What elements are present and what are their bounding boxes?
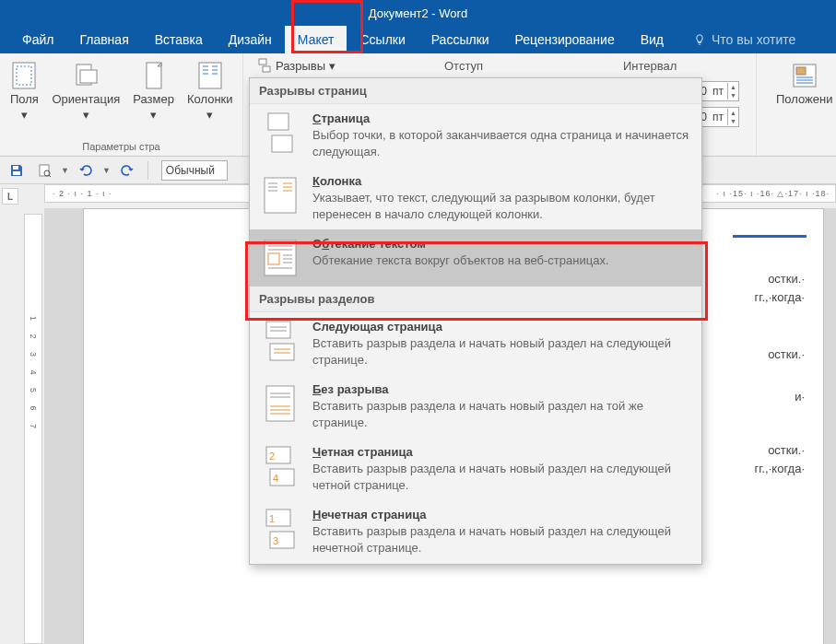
breaks-icon [257, 58, 272, 73]
text-wrap-icon [261, 237, 300, 279]
svg-text:4: 4 [273, 473, 278, 484]
tab-mailings[interactable]: Рассылки [418, 26, 502, 53]
svg-rect-5 [199, 63, 221, 88]
columns-button[interactable]: Колонки ▾ [183, 61, 237, 122]
svg-rect-25 [272, 135, 292, 152]
dropdown-icon: ▾ [329, 59, 336, 73]
menu-item-title: Четная страница [312, 445, 690, 459]
menu-item-title: Страница [312, 111, 690, 125]
menu-item-desc: Вставить разрыв раздела и начать новый р… [312, 523, 690, 556]
tab-references[interactable]: Ссылки [347, 26, 418, 53]
svg-rect-19 [13, 166, 18, 170]
position-icon [790, 61, 819, 90]
tab-layout[interactable]: Макет [285, 26, 347, 53]
position-button[interactable]: Положени [772, 61, 836, 106]
column-break-icon [261, 174, 300, 217]
title-bar: Документ2 - Word [0, 0, 836, 26]
ruler-v-marks: 1 2 3 4 5 6 7 [29, 316, 38, 434]
doc-frag-5: остки.· [768, 441, 805, 460]
tab-file[interactable]: Файл [9, 26, 66, 53]
margins-button[interactable]: Поля ▾ [6, 61, 42, 122]
tab-insert[interactable]: Вставка [142, 26, 216, 53]
window-title: Документ2 - Word [369, 6, 467, 20]
svg-rect-47 [266, 386, 294, 421]
menu-item-page[interactable]: Страница Выбор точки, в которой заканчив… [250, 104, 701, 167]
orientation-button[interactable]: Ориентация ▾ [48, 61, 124, 122]
spacing-unit: пт [712, 85, 727, 98]
menu-item-desc: Вставить разрыв раздела и начать новый р… [312, 398, 690, 430]
menu-item-desc: Указывает, что текст, следующий за разры… [312, 190, 690, 222]
size-label: Размер [133, 92, 174, 106]
style-selector[interactable]: Обычный [161, 160, 228, 181]
breaks-dropdown[interactable]: Разрывы ▾ [252, 56, 341, 75]
size-icon [139, 61, 169, 90]
svg-rect-20 [13, 171, 20, 175]
menu-item-title: Нечетная страница [312, 508, 690, 521]
continuous-icon [261, 382, 300, 425]
menu-item-even-page[interactable]: 24 Четная страница Вставить разрыв разде… [250, 438, 701, 500]
breaks-menu: Разрывы страниц Страница Выбор точки, в … [249, 77, 702, 565]
menu-item-continuous[interactable]: Без разрыва Вставить разрыв раздела и на… [250, 375, 701, 438]
tell-me[interactable]: Что вы хотите [677, 26, 795, 53]
columns-icon [195, 61, 225, 90]
tab-design[interactable]: Дизайн [216, 26, 285, 53]
menu-item-desc: Выбор точки, в которой заканчивается одн… [312, 127, 690, 159]
menu-item-desc: Вставить разрыв раздела и начать новый р… [312, 335, 690, 368]
svg-rect-13 [263, 66, 270, 72]
spinner[interactable]: ▲▼ [727, 109, 738, 125]
svg-rect-24 [268, 113, 288, 130]
dropdown-icon: ▾ [21, 108, 28, 122]
lightbulb-icon [693, 33, 706, 46]
undo-button[interactable] [75, 159, 97, 181]
svg-line-23 [49, 175, 51, 177]
svg-rect-44 [270, 344, 294, 360]
breaks-label: Разрывы [276, 59, 325, 73]
doc-frag-2: гг.,·когда· [755, 288, 805, 307]
columns-label: Колонки [187, 92, 233, 106]
tab-review[interactable]: Рецензирование [502, 26, 628, 53]
svg-rect-41 [266, 322, 290, 338]
svg-text:3: 3 [273, 535, 278, 546]
spinner[interactable]: ▲▼ [727, 83, 738, 100]
menu-item-desc: Вставить разрыв раздела и начать новый р… [312, 461, 690, 493]
vertical-ruler[interactable]: 1 2 3 4 5 6 7 [24, 214, 42, 644]
ribbon-tabs: Файл Главная Вставка Дизайн Макет Ссылки… [0, 26, 836, 53]
indent-label: Отступ [444, 59, 483, 73]
dropdown-icon: ▾ [150, 108, 157, 122]
menu-item-odd-page[interactable]: 13 Нечетная страница Вставить разрыв раз… [250, 500, 701, 563]
menu-item-next-page[interactable]: Следующая страница Вставить разрыв разде… [250, 312, 701, 375]
page-setup-label-text: Параметры стра [82, 141, 159, 152]
menu-item-column[interactable]: Колонка Указывает, что текст, следующий … [250, 167, 701, 229]
size-button[interactable]: Размер ▾ [129, 61, 178, 122]
margins-icon [9, 61, 39, 90]
dropdown-icon[interactable]: ▼ [61, 166, 69, 175]
next-page-icon [261, 320, 300, 362]
spacing-label: Интервал [623, 59, 677, 73]
doc-frag-1: остки.· [768, 270, 805, 288]
tell-me-label: Что вы хотите [712, 32, 795, 47]
menu-item-text-wrap[interactable]: Обтекание текстом Обтекание текста вокру… [250, 229, 701, 287]
style-value: Обычный [166, 164, 215, 177]
doc-frag-3: остки.· [768, 345, 805, 364]
even-page-icon: 24 [261, 445, 300, 487]
selection-line [733, 235, 807, 238]
tab-view[interactable]: Вид [628, 26, 677, 53]
menu-item-desc: Обтекание текста вокруг объектов на веб-… [312, 252, 690, 269]
menu-item-title: Обтекание текстом [312, 237, 690, 251]
save-button[interactable] [6, 159, 28, 181]
page-setup-group-label: Параметры стра [77, 139, 165, 154]
redo-button[interactable] [116, 159, 138, 181]
dropdown-icon[interactable]: ▼ [102, 166, 111, 175]
tab-home[interactable]: Главная [66, 26, 141, 53]
svg-text:2: 2 [269, 451, 275, 462]
doc-frag-4: и· [795, 388, 805, 406]
dropdown-icon: ▾ [206, 108, 213, 122]
print-preview-button[interactable] [33, 159, 55, 181]
menu-item-title: Следующая страница [312, 320, 690, 334]
breaks-menu-header-page: Разрывы страниц [250, 78, 701, 104]
odd-page-icon: 13 [261, 508, 300, 550]
ruler-text: · 2 · ı · 1 · ı · [53, 189, 112, 198]
group-page-setup: Поля ▾ Ориентация ▾ Размер ▾ [0, 53, 243, 156]
menu-item-title: Колонка [312, 174, 690, 188]
svg-rect-3 [80, 70, 97, 83]
